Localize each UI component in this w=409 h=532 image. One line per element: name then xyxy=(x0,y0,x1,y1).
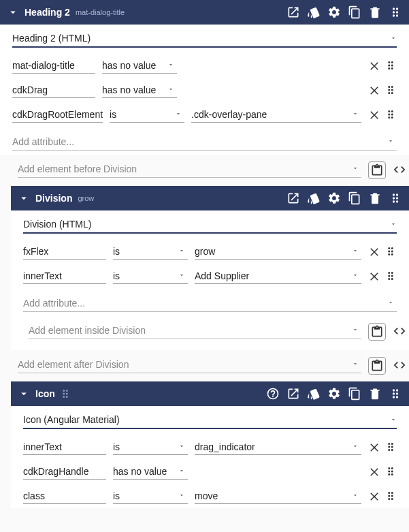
style-icon[interactable] xyxy=(306,190,322,206)
code-button[interactable] xyxy=(393,163,406,178)
copy-icon[interactable] xyxy=(346,386,363,402)
reorder-attr-icon[interactable] xyxy=(385,245,397,260)
dropdown-caret[interactable] xyxy=(390,219,397,230)
trash-icon[interactable] xyxy=(367,4,383,20)
dropdown-caret[interactable] xyxy=(352,326,361,334)
dropdown-caret[interactable] xyxy=(167,61,177,69)
insert-element-input[interactable]: Add element after Division xyxy=(18,359,361,373)
open-in-new-icon[interactable] xyxy=(285,386,301,402)
copy-icon[interactable] xyxy=(346,4,363,20)
gear-icon[interactable] xyxy=(326,190,342,206)
remove-attr-icon[interactable] xyxy=(368,490,380,504)
attr-value-field[interactable]: move xyxy=(195,489,361,504)
attr-value-field[interactable]: drag_indicator xyxy=(195,440,361,455)
dropdown-caret[interactable] xyxy=(352,443,361,451)
reorder-attr-icon[interactable] xyxy=(385,490,397,504)
trash-icon[interactable] xyxy=(367,386,383,402)
dropdown-caret[interactable] xyxy=(387,299,397,307)
code-button[interactable] xyxy=(393,324,406,340)
open-in-new-icon[interactable] xyxy=(285,190,301,206)
attr-operator-field[interactable]: is xyxy=(113,489,188,504)
attr-operator-field[interactable]: has no value xyxy=(102,59,177,74)
drag-indicator-icon xyxy=(59,388,71,400)
dropdown-caret[interactable] xyxy=(178,247,188,255)
collapse-chevron-icon[interactable] xyxy=(16,191,31,206)
gear-icon[interactable] xyxy=(326,386,342,402)
attr-name-field[interactable]: mat-dialog-title xyxy=(12,59,95,74)
dropdown-caret[interactable] xyxy=(352,110,361,119)
attr-name-field[interactable]: cdkDragHandle xyxy=(23,465,106,480)
dropdown-caret[interactable] xyxy=(352,165,361,173)
dropdown-caret[interactable] xyxy=(175,110,184,119)
remove-attr-icon[interactable] xyxy=(368,245,380,260)
paste-button[interactable] xyxy=(368,357,386,375)
collapse-chevron-icon[interactable] xyxy=(16,386,31,401)
trash-icon[interactable] xyxy=(367,190,383,206)
remove-attr-icon[interactable] xyxy=(368,465,380,480)
collapse-chevron-icon[interactable] xyxy=(5,5,20,20)
dropdown-caret[interactable] xyxy=(390,33,397,44)
reorder-attr-icon[interactable] xyxy=(385,84,397,98)
add-attribute-input[interactable]: Add attribute... xyxy=(23,294,397,312)
style-icon[interactable] xyxy=(306,4,322,20)
attr-row: class is move xyxy=(23,489,397,504)
drag-handle-icon[interactable] xyxy=(387,190,404,206)
help-icon[interactable] xyxy=(265,386,281,402)
reorder-attr-icon[interactable] xyxy=(385,270,397,284)
remove-attr-icon[interactable] xyxy=(368,84,380,98)
attr-operator-field[interactable]: is xyxy=(110,108,184,123)
dropdown-caret[interactable] xyxy=(167,86,177,94)
attr-operator-field[interactable]: is xyxy=(113,269,188,284)
attr-name-field[interactable]: fxFlex xyxy=(23,245,106,260)
paste-button[interactable] xyxy=(368,161,386,179)
dropdown-caret[interactable] xyxy=(387,138,397,146)
node-header[interactable]: Icon xyxy=(11,381,409,406)
attr-name-field[interactable]: innerText xyxy=(23,440,106,455)
style-icon[interactable] xyxy=(306,386,322,402)
attr-name-field[interactable]: cdkDragRootElement xyxy=(12,108,103,123)
dropdown-caret[interactable] xyxy=(352,492,361,500)
code-button[interactable] xyxy=(393,358,406,374)
dropdown-caret[interactable] xyxy=(178,443,188,451)
attr-name-field[interactable]: class xyxy=(23,489,106,504)
element-type-select[interactable]: Icon (Angular Material) xyxy=(23,414,397,429)
attr-name-field[interactable]: innerText xyxy=(23,269,106,284)
copy-icon[interactable] xyxy=(346,190,363,206)
paste-button[interactable] xyxy=(368,323,386,341)
attr-operator-field[interactable]: has no value xyxy=(102,83,177,98)
attr-name-field[interactable]: cdkDrag xyxy=(12,83,95,98)
open-in-new-icon[interactable] xyxy=(285,4,301,20)
attr-operator-field[interactable]: is xyxy=(113,440,188,455)
gear-icon[interactable] xyxy=(326,4,342,20)
reorder-attr-icon[interactable] xyxy=(385,108,397,123)
dropdown-caret[interactable] xyxy=(390,414,397,425)
insert-element-input[interactable]: Add element inside Division xyxy=(29,325,361,339)
attr-value-field[interactable]: grow xyxy=(195,245,361,260)
node-header[interactable]: Division grow xyxy=(11,186,409,210)
dropdown-caret[interactable] xyxy=(178,272,188,280)
dropdown-caret[interactable] xyxy=(178,467,188,475)
attr-value-field[interactable]: Add Supplier xyxy=(195,269,361,284)
node-header[interactable]: Heading 2 mat-dialog-title xyxy=(0,0,409,25)
remove-attr-icon[interactable] xyxy=(368,108,380,123)
attr-operator-field[interactable]: is xyxy=(113,245,188,260)
remove-attr-icon[interactable] xyxy=(368,270,380,284)
remove-attr-icon[interactable] xyxy=(368,59,380,74)
drag-handle-icon[interactable] xyxy=(387,386,404,402)
remove-attr-icon[interactable] xyxy=(368,441,380,455)
drag-handle-icon[interactable] xyxy=(387,4,404,20)
insert-element-input[interactable]: Add element before Division xyxy=(18,163,361,178)
add-attribute-input[interactable]: Add attribute... xyxy=(12,132,397,151)
element-type-select[interactable]: Division (HTML) xyxy=(23,219,397,234)
attr-row: mat-dialog-title has no value xyxy=(12,59,397,74)
dropdown-caret[interactable] xyxy=(352,272,361,280)
dropdown-caret[interactable] xyxy=(178,492,188,500)
reorder-attr-icon[interactable] xyxy=(385,59,397,74)
reorder-attr-icon[interactable] xyxy=(385,441,397,455)
element-type-select[interactable]: Heading 2 (HTML) xyxy=(12,33,397,48)
reorder-attr-icon[interactable] xyxy=(385,465,397,480)
attr-value-field[interactable]: .cdk-overlay-pane xyxy=(191,108,361,123)
dropdown-caret[interactable] xyxy=(352,247,361,255)
dropdown-caret[interactable] xyxy=(352,360,361,369)
attr-operator-field[interactable]: has no value xyxy=(113,465,188,480)
